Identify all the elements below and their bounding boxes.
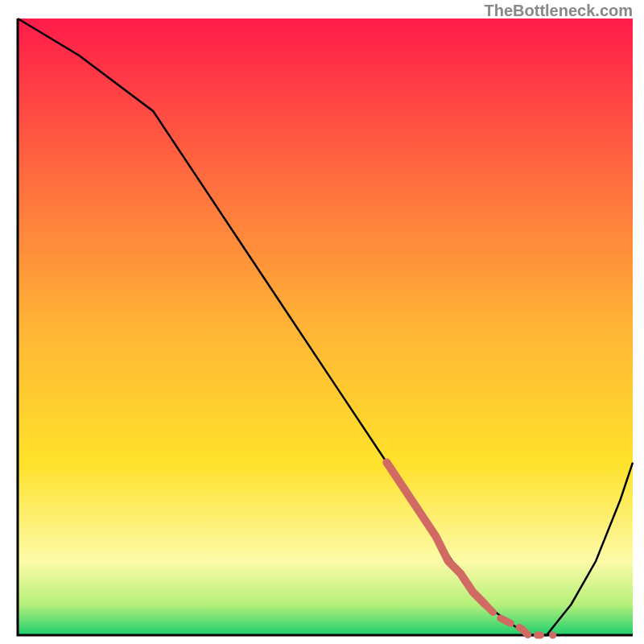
highlight-end-dot	[549, 632, 556, 639]
bottleneck-chart	[0, 0, 644, 644]
watermark-text: TheBottleneck.com	[485, 2, 633, 20]
chart-container: TheBottleneck.com	[0, 0, 644, 644]
gradient-background	[18, 19, 633, 635]
